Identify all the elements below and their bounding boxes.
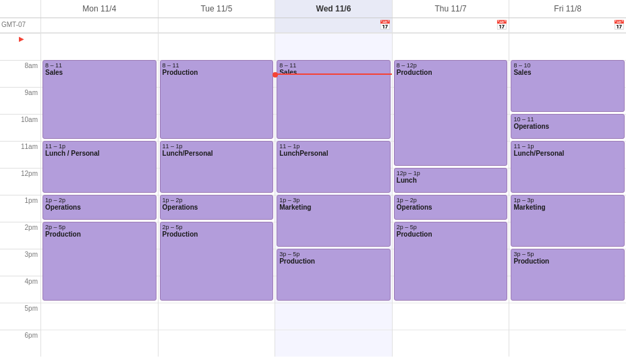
event-col-tue-1[interactable]: 11 – 1pLunch/Personal [160,141,274,193]
calendar-body: ▶ 8am 9am 10am 11am 12pm 1pm 2pm 3pm 4pm… [0,33,626,364]
event-time: 8 – 11 [279,62,388,69]
event-col-fri-4[interactable]: 3p – 5pProduction [511,249,625,301]
event-time: 8 – 11 [163,62,271,69]
event-time: 8 – 12p [397,62,505,69]
event-title: Operations [45,204,154,211]
hour-line-18 [41,330,158,330]
tz-mon [40,18,158,32]
hour-line-18 [159,330,275,330]
event-title: Sales [513,69,622,76]
event-time: 1p – 2p [45,197,154,204]
hour-line-7 [159,33,275,34]
day-header-tue[interactable]: Tue 11/5 [158,0,275,18]
event-time: 3p – 5p [513,251,622,257]
now-line [275,73,392,75]
event-col-fri-2[interactable]: 11 – 1pLunch/Personal [511,141,625,193]
event-col-wed-2[interactable]: 1p – 3pMarketing [277,195,391,247]
event-col-tue-2[interactable]: 1p – 2pOperations [160,195,274,220]
event-title: Production [279,257,388,265]
event-time: 10 – 11 [513,116,622,123]
day-headers: Mon 11/4 Tue 11/5 Wed 11/6 Thu 11/7 Fri … [0,0,626,18]
hour-line-18 [275,330,392,330]
event-time: 1p – 2p [163,197,271,204]
event-col-thu-2[interactable]: 1p – 2pOperations [394,195,508,220]
time-column: ▶ 8am 9am 10am 11am 12pm 1pm 2pm 3pm 4pm… [0,33,40,364]
event-time: 11 – 1p [279,143,388,150]
event-title: Lunch/Personal [513,150,622,157]
day-header-mon[interactable]: Mon 11/4 [40,0,158,18]
event-col-mon-0[interactable]: 8 – 11Sales [42,60,156,139]
event-col-tue-0[interactable]: 8 – 11Production [160,60,274,139]
event-title: Production [45,231,154,238]
time-gutter-header [0,0,40,18]
day-header-wed[interactable]: Wed 11/6 [275,0,392,18]
event-col-wed-0[interactable]: 8 – 11Sales [277,60,391,139]
event-title: Operations [397,204,505,211]
event-title: Production [397,231,505,238]
hour-line-18 [393,330,509,330]
day-col-thu: 8 – 12pProduction12p – 1pLunch1p – 2pOpe… [392,33,509,357]
event-title: Lunch [397,177,505,184]
event-col-mon-1[interactable]: 11 – 1pLunch / Personal [42,141,156,193]
event-time: 2p – 5p [45,224,154,231]
event-title: Lunch/Personal [163,150,271,157]
event-title: Operations [513,123,622,130]
event-title: Production [163,231,271,238]
event-col-fri-1[interactable]: 10 – 11Operations [511,114,625,139]
timezone-row: GMT-07 📅 📅 📅 [0,18,626,33]
event-time: 11 – 1p [163,143,271,150]
time-6pm: 6pm [0,330,40,357]
event-time: 1p – 3p [279,197,388,204]
event-col-fri-3[interactable]: 1p – 3pMarketing [511,195,625,247]
tz-fri: 📅 [509,18,626,32]
hour-line-7 [509,33,626,34]
tz-thu: 📅 [392,18,509,32]
event-title: Production [163,69,271,76]
event-col-thu-1[interactable]: 12p – 1pLunch [394,168,508,193]
event-col-thu-0[interactable]: 8 – 12pProduction [394,60,508,166]
now-arrow: ▶ [19,35,24,42]
day-col-fri: 8 – 10Sales10 – 11Operations11 – 1pLunch… [509,33,626,357]
day-col-mon: 8 – 11Sales11 – 1pLunch / Personal1p – 2… [40,33,158,357]
event-title: Production [513,257,622,265]
hour-line-17 [275,303,392,303]
hour-line-17 [41,303,158,303]
time-3pm: 3pm [0,249,40,276]
day-col-tue: 8 – 11Production11 – 1pLunch/Personal1p … [158,33,275,357]
event-col-wed-1[interactable]: 11 – 1pLunchPersonal [277,141,391,193]
event-time: 2p – 5p [397,224,505,231]
hour-line-17 [159,303,275,303]
hour-line-17 [509,303,626,303]
day-header-thu[interactable]: Thu 11/7 [392,0,509,18]
event-time: 8 – 10 [513,62,622,69]
event-time: 1p – 3p [513,197,622,204]
event-title: Sales [45,69,154,76]
event-col-mon-2[interactable]: 1p – 2pOperations [42,195,156,220]
day-col-wed: 8 – 11Sales11 – 1pLunchPersonal1p – 3pMa… [275,33,392,357]
event-col-tue-3[interactable]: 2p – 5pProduction [160,222,274,301]
event-time: 3p – 5p [279,251,388,257]
timezone-label: GMT-07 [0,18,40,32]
hour-line-18 [509,330,626,330]
event-col-thu-3[interactable]: 2p – 5pProduction [394,222,508,301]
time-1pm: 1pm [0,195,40,222]
event-time: 1p – 2p [397,197,505,204]
event-title: Lunch / Personal [45,150,154,157]
hour-line-17 [393,303,509,303]
time-10am: 10am [0,114,40,141]
hour-line-7 [41,33,158,34]
time-8am: 8am [0,60,40,87]
event-title: Operations [163,204,271,211]
time-4pm: 4pm [0,276,40,303]
event-title: LunchPersonal [279,150,388,157]
day-header-fri[interactable]: Fri 11/8 [509,0,626,18]
event-time: 11 – 1p [513,143,622,150]
event-col-wed-3[interactable]: 3p – 5pProduction [277,249,391,301]
calendar-icon-fri: 📅 [613,20,625,30]
event-col-mon-3[interactable]: 2p – 5pProduction [42,222,156,301]
event-time: 8 – 11 [45,62,154,69]
event-col-fri-0[interactable]: 8 – 10Sales [511,60,625,112]
time-11am: 11am [0,141,40,168]
event-time: 2p – 5p [163,224,271,231]
event-time: 11 – 1p [45,143,154,150]
